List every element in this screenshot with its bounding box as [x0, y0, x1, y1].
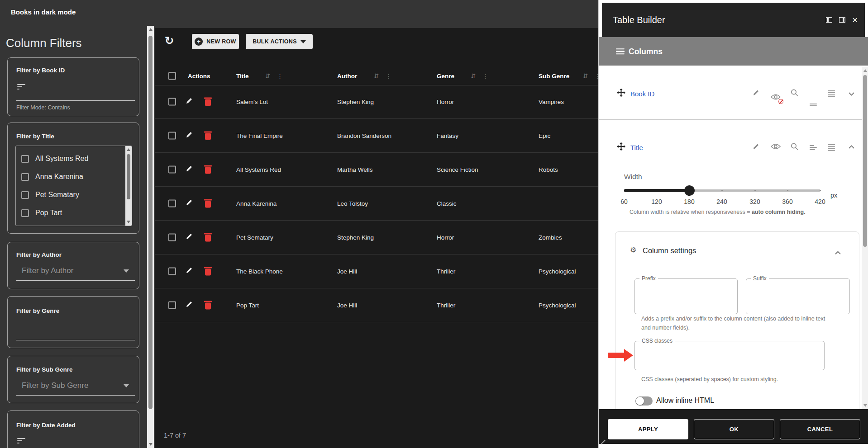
- filter-label: Filter by Sub Genre: [16, 366, 73, 373]
- table-row: Pop Tart Joe Hill Thriller Psychological: [155, 288, 598, 322]
- width-slider-handle[interactable]: [684, 185, 695, 196]
- new-row-button[interactable]: + NEW ROW: [192, 34, 239, 49]
- visibility-on-icon[interactable]: [771, 143, 781, 152]
- row-checkbox[interactable]: [168, 132, 176, 140]
- column-header-genre[interactable]: Genre: [437, 73, 454, 80]
- panel-title: Table Builder: [613, 15, 665, 25]
- edit-icon[interactable]: [186, 301, 193, 310]
- row-checkbox[interactable]: [168, 268, 176, 275]
- listbox-scrollbar[interactable]: [125, 146, 132, 226]
- column-name-link[interactable]: Book ID: [630, 90, 654, 98]
- apply-button[interactable]: APPLY: [608, 419, 688, 439]
- hamburger-icon: [616, 47, 625, 56]
- sidebar-scrollbar[interactable]: [147, 26, 154, 448]
- row-checkbox[interactable]: [168, 302, 176, 309]
- delete-icon[interactable]: [205, 303, 211, 310]
- column-menu-icon[interactable]: ⋮: [277, 73, 283, 80]
- cancel-button[interactable]: CANCEL: [780, 419, 860, 439]
- genre-filter-input[interactable]: [16, 340, 135, 340]
- panel-titlebar[interactable]: Table Builder ×: [602, 3, 865, 37]
- align-left-icon[interactable]: [810, 144, 817, 151]
- search-column-icon[interactable]: [791, 143, 798, 152]
- list-item[interactable]: Anna Karenina: [16, 168, 124, 186]
- align-justify-icon[interactable]: [828, 89, 835, 99]
- edit-icon[interactable]: [186, 165, 193, 174]
- collapse-icon[interactable]: [849, 143, 854, 151]
- visibility-off-icon[interactable]: [771, 94, 781, 102]
- search-column-icon[interactable]: [791, 89, 798, 99]
- drag-handle-icon[interactable]: [617, 142, 625, 153]
- chevron-down-icon[interactable]: [124, 384, 129, 387]
- sort-icon[interactable]: ⇵: [374, 72, 379, 80]
- columns-section-header[interactable]: Columns: [599, 37, 868, 66]
- css-classes-helper: CSS classes (seperated by spaces) for cu…: [641, 375, 836, 384]
- dock-left-icon[interactable]: [826, 17, 832, 23]
- sub-genre-filter-select[interactable]: Filter by Sub Genre: [22, 381, 88, 390]
- list-item[interactable]: Pet Sematary: [16, 186, 124, 204]
- tick-label: 180: [679, 198, 699, 205]
- sort-icon[interactable]: ⇵: [265, 72, 271, 80]
- column-header-sub-genre[interactable]: Sub Genre: [539, 73, 569, 80]
- css-classes-label: CSS classes: [639, 338, 675, 344]
- delete-icon[interactable]: [205, 235, 211, 242]
- column-header-author[interactable]: Author: [337, 73, 357, 80]
- checkbox[interactable]: [21, 173, 29, 181]
- column-menu-icon[interactable]: ⋮: [386, 73, 391, 80]
- edit-column-icon[interactable]: [753, 90, 759, 98]
- drag-handle-icon[interactable]: [617, 89, 625, 99]
- column-header-title[interactable]: Title: [236, 73, 249, 80]
- expand-icon[interactable]: [849, 90, 854, 98]
- width-label: Width: [624, 173, 642, 181]
- delete-icon[interactable]: [205, 167, 211, 174]
- delete-icon[interactable]: [205, 99, 211, 106]
- collapse-icon[interactable]: [835, 249, 841, 257]
- column-settings-card: ⚙ Column settings Prefix Suffix Adds a p…: [615, 231, 859, 412]
- prefix-input[interactable]: [635, 282, 732, 291]
- column-menu-icon[interactable]: ⋮: [482, 73, 488, 80]
- filter-list-icon[interactable]: [17, 84, 26, 91]
- checkbox[interactable]: [21, 155, 29, 163]
- checkbox[interactable]: [21, 191, 29, 199]
- chevron-down-icon[interactable]: [124, 269, 129, 273]
- allow-inline-html-label: Allow inline HTML: [656, 396, 714, 405]
- edit-icon[interactable]: [186, 97, 193, 106]
- list-item[interactable]: All Systems Red: [16, 150, 124, 168]
- sort-icon[interactable]: ⇵: [471, 72, 476, 80]
- list-item[interactable]: Pop Tart: [16, 204, 124, 222]
- title-filter-listbox: All Systems Red Anna Karenina Pet Semata…: [15, 146, 132, 226]
- list-item[interactable]: Salem's Lot: [16, 222, 124, 226]
- css-classes-input[interactable]: [635, 344, 815, 353]
- filter-list-icon[interactable]: [17, 438, 26, 445]
- row-checkbox[interactable]: [168, 234, 176, 241]
- row-checkbox[interactable]: [168, 98, 176, 106]
- filter-disabled-icon[interactable]: [810, 104, 868, 107]
- delete-icon[interactable]: [205, 269, 211, 276]
- column-settings-heading: Column settings: [643, 246, 696, 255]
- ok-button[interactable]: OK: [694, 419, 774, 439]
- edit-icon[interactable]: [186, 131, 193, 140]
- book-id-filter-input[interactable]: [16, 100, 135, 101]
- row-checkbox[interactable]: [168, 166, 176, 174]
- edit-column-icon[interactable]: [753, 143, 759, 152]
- close-icon[interactable]: ×: [852, 15, 858, 24]
- align-justify-icon[interactable]: [828, 143, 835, 152]
- panel-scrollbar[interactable]: [862, 67, 868, 409]
- sort-icon[interactable]: ⇵: [583, 72, 588, 80]
- author-filter-select[interactable]: Filter by Author: [22, 266, 73, 275]
- refresh-icon[interactable]: ↻: [165, 34, 174, 47]
- row-checkbox[interactable]: [168, 200, 176, 207]
- edit-icon[interactable]: [186, 199, 193, 208]
- column-name-link[interactable]: Title: [630, 144, 643, 151]
- allow-inline-html-toggle[interactable]: [635, 396, 653, 406]
- bulk-actions-button[interactable]: BULK ACTIONS: [246, 34, 313, 49]
- select-all-checkbox[interactable]: [168, 72, 176, 80]
- suffix-input[interactable]: [746, 282, 844, 291]
- edit-icon[interactable]: [186, 233, 193, 242]
- checkbox[interactable]: [21, 209, 29, 217]
- page-title: Books in dark mode: [11, 8, 76, 16]
- tick-label: 120: [647, 198, 667, 205]
- delete-icon[interactable]: [205, 201, 211, 208]
- delete-icon[interactable]: [205, 133, 211, 140]
- dock-right-icon[interactable]: [839, 17, 845, 23]
- edit-icon[interactable]: [186, 267, 193, 276]
